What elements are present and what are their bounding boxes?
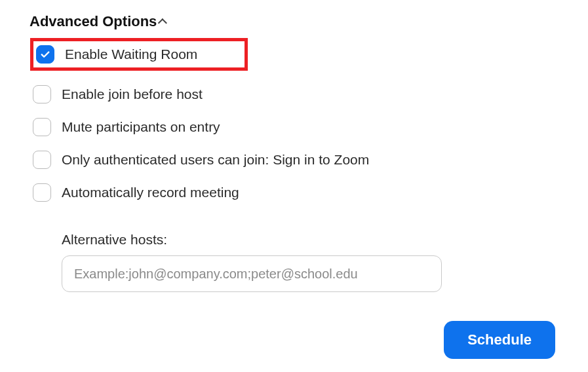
checkbox-mute-on-entry[interactable] (33, 118, 51, 136)
advanced-options-toggle[interactable]: Advanced Options (29, 13, 559, 30)
alternative-hosts-input[interactable] (62, 255, 442, 292)
schedule-button[interactable]: Schedule (444, 321, 555, 359)
checkmark-icon (39, 48, 51, 60)
option-auth-only: Only authenticated users can join: Sign … (33, 151, 559, 169)
checkbox-auto-record[interactable] (33, 183, 51, 202)
label-join-before-host: Enable join before host (62, 86, 203, 102)
option-join-before-host: Enable join before host (33, 85, 559, 103)
chevron-up-icon (158, 18, 167, 28)
checkbox-waiting-room[interactable] (36, 45, 54, 64)
alternative-hosts-label: Alternative hosts: (62, 232, 559, 248)
label-auth-only: Only authenticated users can join: Sign … (62, 152, 369, 168)
label-mute-on-entry: Mute participants on entry (62, 119, 220, 135)
checkbox-auth-only[interactable] (33, 151, 51, 169)
footer: Schedule (29, 321, 559, 359)
checkbox-join-before-host[interactable] (33, 85, 51, 103)
section-title: Advanced Options (29, 13, 157, 30)
highlighted-option-waiting-room: Enable Waiting Room (30, 38, 248, 71)
label-waiting-room: Enable Waiting Room (65, 46, 197, 62)
option-mute-on-entry: Mute participants on entry (33, 118, 559, 136)
options-list: Enable Waiting Room Enable join before h… (29, 38, 559, 292)
label-auto-record: Automatically record meeting (62, 185, 239, 200)
option-auto-record: Automatically record meeting (33, 183, 559, 202)
alternative-hosts-section: Alternative hosts: (62, 232, 559, 292)
